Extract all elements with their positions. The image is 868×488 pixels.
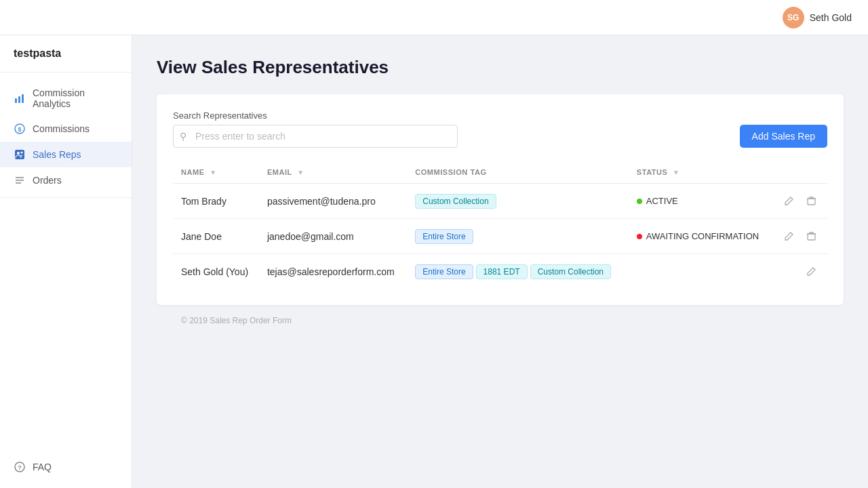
cell-status: ACTIVE <box>629 184 772 219</box>
status-badge: ACTIVE <box>637 196 764 206</box>
cell-status: AWAITING CONFIRMATION <box>629 219 772 254</box>
table-row: Jane Doejanedoe@gmail.comEntire StoreAWA… <box>173 219 827 254</box>
sidebar-brand: testpasta <box>0 35 132 73</box>
table-row: Tom Bradypassivement@tudena.proCustom Co… <box>173 184 827 219</box>
col-status: STATUS ▼ <box>629 161 772 184</box>
people-icon <box>14 148 26 161</box>
help-icon: ? <box>14 461 26 473</box>
commission-tag: Custom Collection <box>530 264 611 279</box>
sidebar-item-commission-analytics[interactable]: Commission Analytics <box>0 81 132 116</box>
chart-icon <box>14 92 26 104</box>
status-label: ACTIVE <box>646 196 678 206</box>
sales-reps-table: NAME ▼ EMAIL ▼ COMMISSION TAG STATUS ▼ <box>173 161 827 289</box>
status-label: AWAITING CONFIRMATION <box>646 231 759 241</box>
table-row: Seth Gold (You)tejas@salesreporderform.c… <box>173 254 827 289</box>
sidebar-item-label: Commissions <box>33 123 90 134</box>
cell-actions <box>771 184 827 219</box>
sidebar-item-sales-reps[interactable]: Sales Reps <box>0 142 132 167</box>
sidebar-nav: Commission Analytics $ Commissions <box>0 73 132 446</box>
search-label: Search Representatives <box>173 110 458 121</box>
col-name: NAME ▼ <box>173 161 259 184</box>
svg-text:?: ? <box>18 464 22 471</box>
commission-tag: Custom Collection <box>415 194 496 209</box>
cell-tags: Custom Collection <box>407 184 629 219</box>
sidebar-item-commissions[interactable]: $ Commissions <box>0 116 132 142</box>
search-wrapper: ⚲ <box>173 125 458 148</box>
edit-button[interactable] <box>781 193 797 209</box>
delete-button[interactable] <box>804 193 819 209</box>
sidebar-item-orders[interactable]: Orders <box>0 167 132 193</box>
col-commission-tag: COMMISSION TAG <box>407 161 629 184</box>
main-card: Search Representatives ⚲ Add Sales Rep N… <box>157 94 844 305</box>
search-input[interactable] <box>173 125 458 148</box>
svg-rect-1 <box>18 96 20 103</box>
table-body: Tom Bradypassivement@tudena.proCustom Co… <box>173 184 827 289</box>
svg-rect-13 <box>808 199 815 205</box>
row-actions <box>779 264 819 279</box>
orders-icon <box>14 174 26 186</box>
cell-email: janedoe@gmail.com <box>259 219 407 254</box>
footer: © 2019 Sales Rep Order Form <box>157 305 844 325</box>
commission-tag: 1881 EDT <box>476 264 528 279</box>
commission-tag: Entire Store <box>415 264 473 279</box>
svg-point-7 <box>21 152 23 154</box>
cell-name: Jane Doe <box>173 219 259 254</box>
sidebar: testpasta Commission Analytics <box>0 35 132 488</box>
col-email: EMAIL ▼ <box>259 161 407 184</box>
cell-actions <box>771 219 827 254</box>
svg-rect-0 <box>15 98 17 103</box>
topbar-user: SG Seth Gold <box>783 7 852 28</box>
sidebar-item-faq[interactable]: ? FAQ <box>0 454 132 480</box>
table-header: NAME ▼ EMAIL ▼ COMMISSION TAG STATUS ▼ <box>173 161 827 184</box>
svg-rect-14 <box>808 234 815 240</box>
cell-actions <box>771 254 827 289</box>
sidebar-divider <box>0 197 132 198</box>
edit-button[interactable] <box>781 228 797 244</box>
svg-rect-2 <box>22 94 24 103</box>
row-actions <box>779 193 819 209</box>
user-name: Seth Gold <box>810 12 852 23</box>
cell-name: Seth Gold (You) <box>173 254 259 289</box>
edit-button[interactable] <box>804 264 819 279</box>
avatar: SG <box>783 7 804 28</box>
cell-name: Tom Brady <box>173 184 259 219</box>
add-sales-rep-button[interactable]: Add Sales Rep <box>740 125 827 148</box>
sidebar-item-label: Sales Reps <box>33 149 81 160</box>
commission-tag: Entire Store <box>415 229 473 244</box>
topbar: SG Seth Gold <box>0 0 868 35</box>
sidebar-item-label: Orders <box>33 175 62 186</box>
sidebar-item-label: FAQ <box>33 462 52 472</box>
status-dot <box>637 234 642 239</box>
sidebar-item-label: Commission Analytics <box>33 87 118 109</box>
sort-icon-email: ▼ <box>297 169 304 176</box>
col-actions <box>771 161 827 184</box>
sidebar-bottom: ? FAQ <box>0 446 132 488</box>
cell-email: passivement@tudena.pro <box>259 184 407 219</box>
cell-tags: Entire Store <box>407 219 629 254</box>
svg-text:$: $ <box>18 126 21 133</box>
page-title: View Sales Representatives <box>157 57 844 78</box>
status-badge: AWAITING CONFIRMATION <box>637 231 764 241</box>
footer-text: © 2019 Sales Rep Order Form <box>181 316 292 325</box>
dollar-icon: $ <box>14 123 26 135</box>
svg-rect-5 <box>15 150 24 159</box>
sort-icon-name: ▼ <box>210 169 216 176</box>
search-icon: ⚲ <box>180 131 186 142</box>
status-dot <box>637 199 642 204</box>
search-section: Search Representatives ⚲ <box>173 110 458 148</box>
row-actions <box>779 228 819 244</box>
cell-email: tejas@salesreporderform.com <box>259 254 407 289</box>
main-content: View Sales Representatives Search Repres… <box>132 35 868 488</box>
sort-icon-status: ▼ <box>673 169 679 176</box>
delete-button[interactable] <box>804 228 819 244</box>
cell-status <box>629 254 772 289</box>
cell-tags: Entire Store1881 EDTCustom Collection <box>407 254 629 289</box>
svg-point-6 <box>17 152 20 155</box>
search-row: Search Representatives ⚲ Add Sales Rep <box>173 110 827 148</box>
